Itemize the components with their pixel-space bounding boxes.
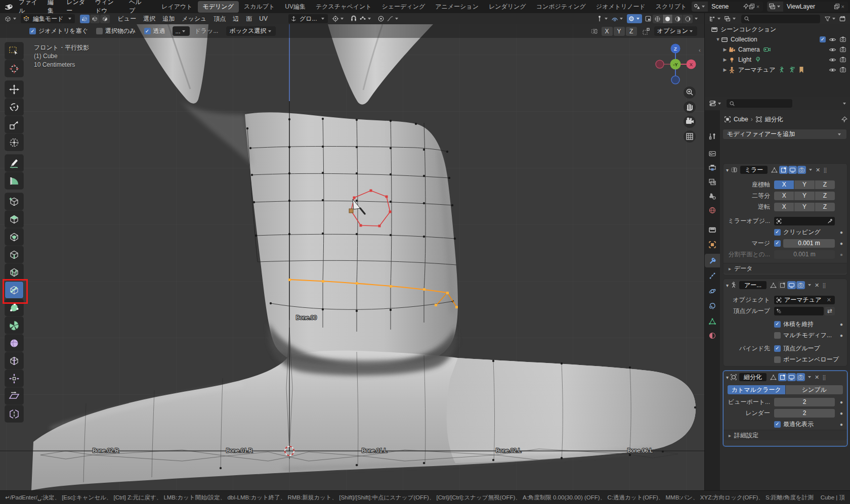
toggle-realtime-icon[interactable] [787,281,796,289]
menu-select[interactable]: 選択 [140,15,159,23]
tool-bevel[interactable] [5,246,23,263]
subdiv-simple-button[interactable]: シンプル [786,385,843,394]
subdiv-viewport-value[interactable]: 2 [774,398,835,406]
animate-dot[interactable]: ● [840,422,843,427]
tab-object-data[interactable] [705,314,720,328]
bind-bone-envelopes-checkbox[interactable]: ボーンエンベロープ [774,355,839,364]
mirror-axis-z[interactable]: Z [815,180,835,189]
tool-measure[interactable] [5,172,23,189]
menu-vertex[interactable]: 頂点 [210,15,229,23]
toggle-on-cage-icon[interactable] [769,373,778,381]
toggle-realtime-icon[interactable] [788,166,797,174]
armature-data-icon[interactable] [788,66,795,73]
toggle-on-cage-icon[interactable] [769,281,778,289]
mirror-flip-x[interactable]: X [774,203,794,211]
collapse-icon[interactable] [726,374,729,381]
new-collection-button[interactable] [838,14,847,23]
workspace-animation[interactable]: アニメーション [430,1,484,13]
armature-child-icon[interactable] [798,66,804,73]
mirror-data-subpanel[interactable]: データ [724,263,847,273]
subdiv-catmull-clark-button[interactable]: カトマルクラーク [728,385,785,394]
animate-dot[interactable]: ● [840,252,843,257]
toggle-on-cage-icon[interactable] [770,166,779,174]
workspace-shading[interactable]: シェーディング [377,1,431,13]
mirror-merge-checkbox[interactable] [774,240,781,247]
viewport-canvas[interactable]: Bone.00 Bone.02.R Bone.01.R Bone.01.L Bo… [0,24,704,490]
tab-output[interactable] [705,161,720,174]
tool-transform[interactable] [5,134,23,151]
outliner-search-input[interactable] [741,15,820,23]
hide-eye-icon[interactable] [829,56,836,64]
collapse-icon[interactable] [726,282,729,289]
collapse-icon[interactable] [726,166,729,173]
mirror-bisect-x[interactable]: X [774,192,794,200]
toggle-edit-mode-icon[interactable] [778,281,787,289]
region-collapse-arrow[interactable]: ‹ [699,47,701,53]
remove-modifier-icon[interactable]: ✕ [813,374,821,381]
tool-shear[interactable] [5,388,23,404]
camera-data-icon[interactable] [763,46,771,53]
shading-rendered-icon[interactable] [683,15,693,23]
selected-only-checkbox[interactable]: 選択物のみ [96,27,136,35]
toggle-render-icon[interactable] [796,281,805,289]
menu-mesh[interactable]: メッシュ [178,15,210,23]
tab-viewlayer[interactable] [705,175,720,189]
options-dropdown[interactable]: オプション [654,26,697,36]
unlink-scene-icon[interactable]: × [755,4,761,10]
mirror-flip-z[interactable]: Z [815,203,835,211]
toggle-edit-mode-icon[interactable] [779,166,788,174]
tool-extrude-region[interactable] [5,211,23,227]
tool-rip-region[interactable] [5,405,23,422]
toggle-realtime-icon[interactable] [787,373,796,381]
tool-scale[interactable] [5,116,23,133]
properties-editor-type-button[interactable] [708,99,724,108]
workspace-modeling[interactable]: モデリング [198,1,239,13]
remove-modifier-icon[interactable]: ✕ [814,167,822,173]
toggle-render-icon[interactable] [797,166,806,174]
subdiv-advanced-subpanel[interactable]: 詳細設定 [724,430,847,440]
animate-dot[interactable]: ● [840,410,843,416]
mirror-object-field[interactable] [774,217,835,225]
tool-box-select[interactable] [5,42,23,59]
tool-smooth[interactable] [5,335,23,351]
armature-object-field[interactable]: アーマチュア ✕ [774,296,835,304]
workspace-scripting[interactable]: スクリプト [651,1,692,13]
properties-search-input[interactable] [727,99,792,108]
viewport-zoom-button[interactable] [684,86,696,99]
animate-dot[interactable]: ● [840,333,843,338]
scene-icon[interactable] [692,2,708,12]
tab-particles[interactable] [705,269,720,283]
mirror-panel-header[interactable]: ミラー ✕ [724,164,847,176]
mirror-z-button[interactable]: Z [626,27,637,36]
collapse-arrow-icon[interactable]: ▶ [722,57,728,62]
copy-scene-icon[interactable] [749,4,755,10]
workspace-rendering[interactable]: レンダリング [484,1,531,13]
animate-dot[interactable]: ● [840,230,843,235]
tab-scene[interactable] [705,189,720,203]
mirror-y-button[interactable]: Y [614,27,625,36]
xray-checkbox[interactable]: 透過 [144,27,165,35]
mirror-axis-x[interactable]: X [774,180,794,189]
multi-modifier-checkbox[interactable]: マルチモディフ... [774,331,832,340]
tool-rotate[interactable] [5,99,23,115]
viewport-frame-icon[interactable] [644,14,653,23]
menu-edge[interactable]: 辺 [229,15,242,23]
preserve-volume-checkbox[interactable]: 体積を維持 [774,320,814,329]
more-options-dropdown[interactable]: ... [173,26,190,36]
tool-add-cube[interactable] [5,193,23,210]
pin-icon[interactable] [743,4,749,10]
remove-viewlayer-icon[interactable]: × [840,4,846,10]
toggle-render-icon[interactable] [796,373,805,381]
tab-object[interactable] [705,238,720,251]
transform-orientation-dropdown[interactable]: グロ... [288,14,328,23]
tool-annotate[interactable] [5,155,23,171]
breadcrumb-modifier[interactable]: 細分化 [765,115,783,124]
drag-mode-dropdown[interactable]: ボックス選択 [226,26,275,36]
armature-pose-icon[interactable] [778,66,785,73]
workspace-texpaint[interactable]: テクスチャペイント [311,1,377,13]
snap-magnet-icon[interactable] [349,14,358,23]
bind-vertex-groups-checkbox[interactable]: 頂点グループ [774,344,820,353]
modifier-extras-dropdown[interactable] [808,284,811,286]
select-mode-face-icon[interactable] [100,15,110,23]
remove-modifier-icon[interactable]: ✕ [813,282,821,289]
